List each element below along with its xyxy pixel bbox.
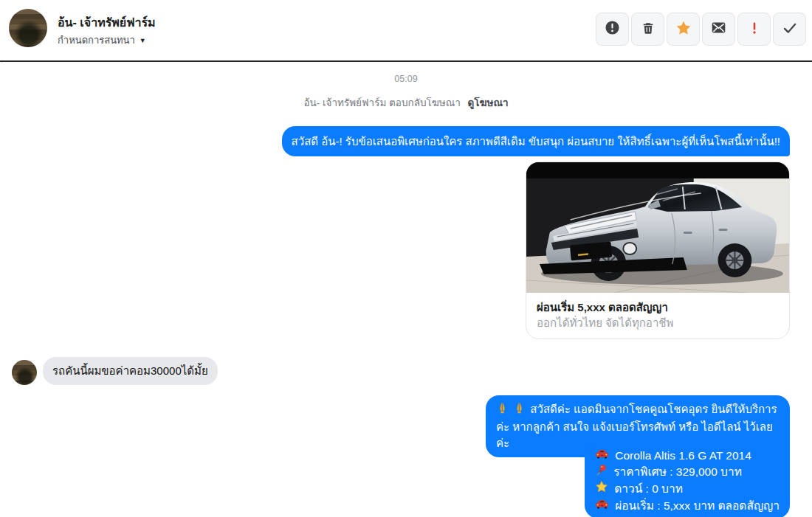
star-icon [675, 20, 692, 39]
trash-icon [641, 21, 656, 38]
check-icon [782, 20, 798, 39]
conversation-schedule-dropdown[interactable]: กำหนดการสนทนา ▼ [58, 32, 146, 48]
outgoing-message-greeting: สวัสดี อ้น-! รับข้อเสนอพิเศษก่อนใคร สภาพ… [282, 126, 790, 156]
ad-reply-text: อ้น- เจ้าทรัพย์ฟาร์ม ตอบกลับโฆษณา [303, 97, 460, 108]
spec-line-installment: ผ่อนเริ่ม : 5,xxx บาท ตลอดสัญญา [595, 498, 780, 514]
outgoing-message-car-specs: Corolla Altis 1.6 G AT 2014 ราคาพิเศษ : … [585, 443, 790, 517]
mark-unread-button[interactable] [702, 13, 735, 46]
sender-avatar[interactable] [12, 360, 37, 385]
spec-line-model: Corolla Altis 1.6 G AT 2014 [595, 448, 780, 464]
contact-name[interactable]: อ้น- เจ้าทรัพย์ฟาร์ม [58, 13, 156, 32]
ad-reply-context: อ้น- เจ้าทรัพย์ฟาร์ม ตอบกลับโฆษณา ดูโฆษณ… [0, 94, 812, 111]
mark-done-button[interactable] [773, 13, 806, 46]
incoming-message-row: รถคันนี้ผมขอค่าคอม30000ได้มั้ย [12, 357, 218, 385]
chevron-down-icon: ▼ [140, 37, 146, 44]
spec-price-text: ราคาพิเศษ : 329,000 บาท [613, 464, 742, 480]
envelope-icon [711, 20, 726, 38]
view-ad-link[interactable]: ดูโฆษณา [468, 97, 509, 108]
spec-line-price: ราคาพิเศษ : 329,000 บาท [595, 464, 780, 481]
conversation-schedule-label: กำหนดการสนทนา [58, 32, 135, 48]
spec-down-text: ดาวน์ : 0 บาท [614, 481, 683, 497]
ad-card-caption: ผ่อนเริ่ม 5,xxx ตลอดสัญญา ออกได้ทั่วไทย … [526, 293, 789, 339]
spec-model-text: Corolla Altis 1.6 G AT 2014 [615, 448, 751, 464]
pushpin-icon [595, 464, 608, 481]
contact-avatar[interactable] [9, 9, 47, 47]
star-button[interactable] [667, 13, 700, 46]
ad-card-title: ผ่อนเริ่ม 5,xxx ตลอดสัญญา [537, 299, 779, 315]
report-spam-icon [605, 20, 620, 38]
report-spam-button[interactable] [596, 13, 629, 46]
ad-card-subtitle: ออกได้ทั่วไทย จัดได้ทุกอาชีพ [537, 315, 779, 330]
gold-star-icon [595, 480, 608, 498]
delete-button[interactable] [631, 13, 664, 46]
ad-card[interactable]: ผ่อนเริ่ม 5,xxx ตลอดสัญญา ออกได้ทั่วไทย … [526, 162, 790, 339]
exclamation-icon [747, 21, 762, 38]
spec-installment-text: ผ่อนเริ่ม : 5,xxx บาท ตลอดสัญญา [615, 498, 780, 514]
car-photo-image [526, 162, 789, 293]
car-icon [595, 448, 609, 464]
praying-hands-icon [496, 402, 509, 419]
message-thread: 05:09 อ้น- เจ้าทรัพย์ฟาร์ม ตอบกลับโฆษณา … [0, 63, 812, 517]
car-icon [595, 498, 609, 514]
moderation-toolbar [596, 13, 806, 46]
spec-line-down: ดาวน์ : 0 บาท [595, 480, 780, 498]
mark-important-button[interactable] [737, 13, 771, 46]
thread-timestamp: 05:09 [0, 74, 812, 84]
conversation-header: อ้น- เจ้าทรัพย์ฟาร์ม กำหนดการสนทนา ▼ [0, 0, 812, 62]
praying-hands-icon [513, 402, 526, 419]
incoming-message-commission: รถคันนี้ผมขอค่าคอม30000ได้มั้ย [43, 357, 218, 385]
